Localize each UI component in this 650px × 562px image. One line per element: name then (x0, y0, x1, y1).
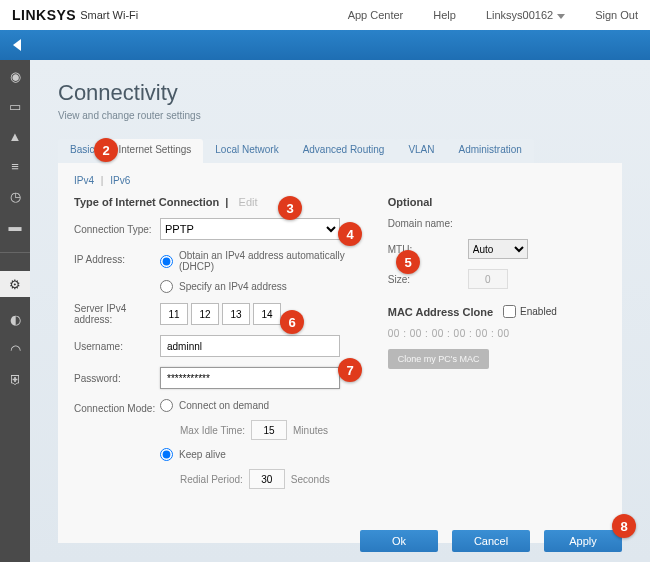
sidebar-alert-icon[interactable]: ▲ (7, 128, 23, 144)
radio-dhcp[interactable]: Obtain an IPv4 address automatically (DH… (160, 250, 358, 272)
link-help[interactable]: Help (433, 9, 456, 21)
tab-local-network[interactable]: Local Network (203, 139, 290, 163)
tabs: Basic Internet Settings Local Network Ad… (58, 139, 622, 163)
device-dropdown[interactable]: Linksys00162 (486, 9, 565, 21)
callout-2: 2 (94, 138, 118, 162)
label-connection-type: Connection Type: (74, 224, 160, 235)
label-connection-mode: Connection Mode: (74, 399, 160, 414)
tab-advanced-routing[interactable]: Advanced Routing (291, 139, 397, 163)
blue-bar (0, 30, 650, 60)
cancel-button[interactable]: Cancel (452, 530, 530, 552)
callout-7: 7 (338, 358, 362, 382)
ok-button[interactable]: Ok (360, 530, 438, 552)
page-title: Connectivity (58, 80, 622, 106)
sidebar-globe-icon[interactable]: ◉ (7, 68, 23, 84)
sidebar-camera-icon[interactable]: ◐ (7, 311, 23, 327)
label-redial: Redial Period: (180, 474, 243, 485)
header: LINKSYS Smart Wi-Fi App Center Help Link… (0, 0, 650, 30)
server-ip-3[interactable] (222, 303, 250, 325)
tab-administration[interactable]: Administration (447, 139, 534, 163)
mac-enabled-checkbox[interactable]: Enabled (503, 305, 557, 318)
callout-3: 3 (278, 196, 302, 220)
link-signout[interactable]: Sign Out (595, 9, 638, 21)
ipv-switch: IPv4 | IPv6 (74, 175, 606, 186)
callout-5: 5 (396, 250, 420, 274)
sidebar-shield-icon[interactable]: ⛨ (7, 371, 23, 387)
radio-specify[interactable]: Specify an IPv4 address (160, 280, 358, 293)
sidebar-wifi-icon[interactable]: ◠ (7, 341, 23, 357)
server-ip-4[interactable] (253, 303, 281, 325)
chevron-down-icon (557, 14, 565, 19)
label-username: Username: (74, 341, 160, 352)
sidebar-clock-icon[interactable]: ◷ (7, 188, 23, 204)
callout-6: 6 (280, 310, 304, 334)
settings-panel: IPv4 | IPv6 Type of Internet Connection … (58, 163, 622, 543)
mac-clone-title: MAC Address Clone (388, 306, 493, 318)
sidebar-settings-icon[interactable]: ⚙ (0, 271, 30, 297)
header-links: App Center Help Linksys00162 Sign Out (348, 9, 638, 21)
apply-button[interactable]: Apply (544, 530, 622, 552)
label-domain: Domain name: (388, 218, 468, 229)
sidebar-device-icon[interactable]: ▭ (7, 98, 23, 114)
tab-internet-settings[interactable]: Internet Settings (106, 139, 203, 163)
label-ip-address: IP Address: (74, 250, 160, 265)
edit-link[interactable]: Edit (239, 196, 258, 208)
tab-vlan[interactable]: VLAN (396, 139, 446, 163)
brand-sub: Smart Wi-Fi (80, 9, 138, 21)
chevron-left-icon (13, 39, 21, 51)
back-button[interactable] (0, 30, 34, 60)
server-ip-inputs (160, 303, 281, 325)
label-size: Size: (388, 274, 468, 285)
server-ip-1[interactable] (160, 303, 188, 325)
callout-4: 4 (338, 222, 362, 246)
radio-on-demand[interactable]: Connect on demand (160, 399, 330, 412)
connection-type-select[interactable]: PPTP (160, 218, 340, 240)
max-idle-input[interactable] (251, 420, 287, 440)
ipv6-link[interactable]: IPv6 (110, 175, 130, 186)
section-title-optional: Optional (388, 196, 606, 208)
sidebar-list-icon[interactable]: ≡ (7, 158, 23, 174)
server-ip-2[interactable] (191, 303, 219, 325)
label-server-ip: Server IPv4 address: (74, 303, 160, 325)
password-input[interactable] (160, 367, 340, 389)
content: Connectivity View and change router sett… (30, 60, 650, 562)
size-input (468, 269, 508, 289)
ipv4-link[interactable]: IPv4 (74, 175, 94, 186)
label-max-idle: Max Idle Time: (180, 425, 245, 436)
sidebar-card-icon[interactable]: ▬ (7, 218, 23, 234)
mac-address: 00 : 00 : 00 : 00 : 00 : 00 (388, 328, 606, 339)
footer-buttons: Ok Cancel Apply (360, 530, 622, 552)
radio-keep-alive[interactable]: Keep alive (160, 448, 330, 461)
page-subtitle: View and change router settings (58, 110, 622, 121)
mtu-select[interactable]: Auto (468, 239, 528, 259)
redial-input[interactable] (249, 469, 285, 489)
callout-8: 8 (612, 514, 636, 538)
link-app-center[interactable]: App Center (348, 9, 404, 21)
brand-logo: LINKSYS (12, 7, 76, 23)
username-input[interactable] (160, 335, 340, 357)
clone-mac-button[interactable]: Clone my PC's MAC (388, 349, 490, 369)
sidebar: ◉ ▭ ▲ ≡ ◷ ▬ ⚙ ◐ ◠ ⛨ (0, 60, 30, 562)
section-title-main: Type of Internet Connection | Edit (74, 196, 358, 208)
label-password: Password: (74, 373, 160, 384)
